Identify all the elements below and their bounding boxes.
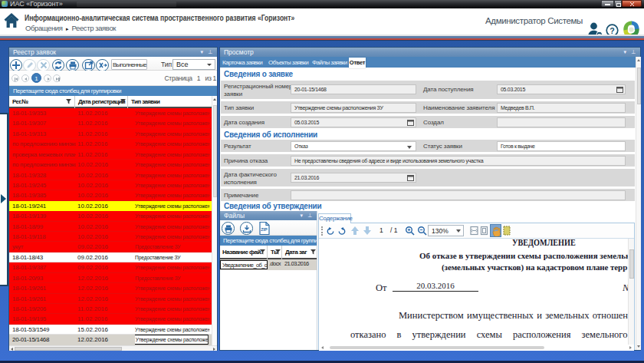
svg-text:ZIP: ZIP <box>261 227 268 232</box>
svg-text:?: ? <box>610 26 614 35</box>
